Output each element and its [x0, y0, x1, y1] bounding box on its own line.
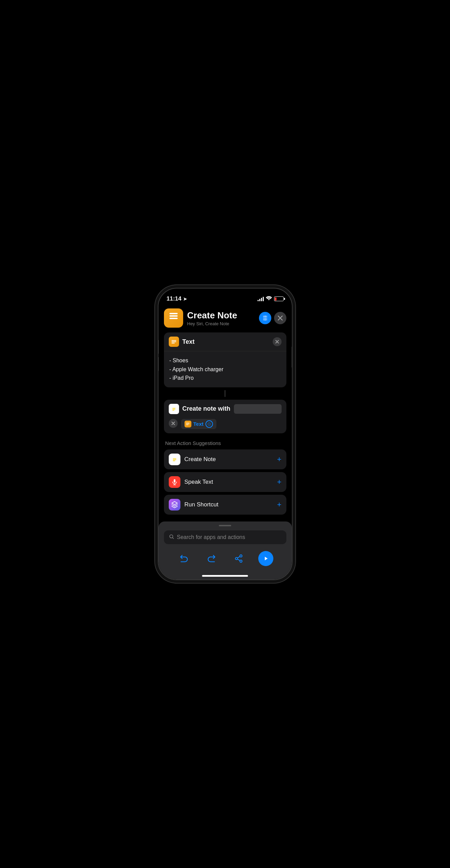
- bottom-sheet-handle: [219, 525, 231, 526]
- svg-rect-14: [186, 423, 190, 423]
- text-action-label: Text: [182, 338, 269, 345]
- text-action-card: Text - Shoes - Apple Watch charger - iPa…: [164, 332, 286, 387]
- close-button[interactable]: [274, 312, 286, 324]
- header-subtitle: Hey Siri, Create Note: [187, 321, 255, 326]
- svg-rect-1: [169, 315, 178, 317]
- play-button[interactable]: [258, 551, 273, 566]
- text-content: - Shoes - Apple Watch charger - iPad Pro: [169, 356, 281, 383]
- signal-bars: [258, 296, 264, 301]
- create-note-action-icon: [169, 404, 179, 414]
- svg-rect-11: [172, 408, 175, 409]
- svg-rect-16: [186, 425, 189, 425]
- scroll-content[interactable]: Text - Shoes - Apple Watch charger - iPa…: [158, 332, 292, 521]
- create-note-card-close-btn[interactable]: [169, 419, 178, 428]
- battery-fill: [275, 297, 276, 301]
- suggestion-create-note[interactable]: Create Note +: [164, 449, 286, 469]
- signal-bar-3: [261, 298, 262, 301]
- svg-rect-9: [171, 343, 175, 343]
- power-button[interactable]: [292, 347, 293, 367]
- app-icon: [164, 308, 183, 328]
- search-icon: [169, 534, 174, 541]
- create-note-action-card: Create note with: [164, 400, 286, 433]
- speak-text-suggestion-label: Speak Text: [185, 479, 273, 485]
- header-text: Create Note Hey Siri, Create Note: [187, 310, 255, 326]
- status-time: 11:14 ➤: [167, 295, 187, 302]
- share-button[interactable]: [231, 551, 246, 566]
- bottom-toolbar: [164, 548, 286, 573]
- create-note-suggestion-plus[interactable]: +: [277, 455, 282, 464]
- text-action-body: - Shoes - Apple Watch charger - iPad Pro: [164, 351, 286, 387]
- text-tag-arrow[interactable]: [205, 420, 213, 428]
- signal-bar-2: [259, 299, 260, 301]
- search-bar[interactable]: Search for apps and actions: [164, 530, 286, 544]
- speak-text-suggestion-icon: [169, 476, 180, 488]
- create-note-suggestion-icon: [169, 454, 180, 465]
- settings-button[interactable]: [259, 312, 271, 324]
- text-action-header: Text: [164, 332, 286, 351]
- battery-icon: [274, 296, 284, 301]
- text-card-close-btn[interactable]: [273, 337, 282, 346]
- text-tag-icon: [185, 421, 191, 427]
- text-line-1: - Shoes: [169, 356, 281, 365]
- text-line-2: - Apple Watch charger: [169, 365, 281, 374]
- redo-button[interactable]: [204, 551, 219, 566]
- svg-point-4: [264, 318, 265, 319]
- text-tag-pill[interactable]: Text: [181, 419, 217, 429]
- suggestion-speak-text[interactable]: Speak Text +: [164, 472, 286, 492]
- undo-button[interactable]: [177, 551, 192, 566]
- svg-rect-0: [169, 318, 178, 319]
- signal-bar-1: [258, 300, 259, 301]
- svg-rect-8: [171, 341, 176, 342]
- volume-up-button[interactable]: [158, 340, 159, 354]
- phone-frame: 11:14 ➤: [158, 288, 293, 580]
- svg-rect-7: [171, 340, 176, 341]
- volume-down-button[interactable]: [158, 357, 159, 371]
- header-buttons: [259, 312, 286, 324]
- svg-point-17: [208, 423, 211, 425]
- wifi-icon: [266, 296, 272, 302]
- svg-rect-19: [173, 458, 176, 459]
- app-icon-symbol: [168, 312, 179, 325]
- location-icon: ➤: [183, 296, 187, 302]
- suggestions-section-label: Next Action Suggestions: [165, 440, 286, 446]
- time-display: 11:14: [167, 295, 181, 302]
- svg-rect-2: [169, 313, 178, 314]
- svg-rect-12: [172, 409, 175, 410]
- text-tag-label: Text: [193, 421, 204, 427]
- run-shortcut-suggestion-icon: [169, 499, 180, 511]
- svg-rect-15: [186, 424, 190, 424]
- svg-point-5: [264, 319, 265, 320]
- signal-bar-4: [263, 297, 264, 301]
- card-divider: [225, 390, 225, 397]
- bottom-sheet: Search for apps and actions: [158, 521, 292, 579]
- search-text: Search for apps and actions: [177, 534, 245, 540]
- svg-rect-13: [172, 410, 174, 411]
- svg-rect-20: [173, 459, 176, 460]
- run-shortcut-suggestion-label: Run Shortcut: [185, 501, 273, 508]
- header: Create Note Hey Siri, Create Note: [158, 306, 292, 332]
- suggestion-run-shortcut[interactable]: Run Shortcut +: [164, 495, 286, 515]
- screen: 11:14 ➤: [158, 289, 292, 579]
- run-shortcut-suggestion-plus[interactable]: +: [277, 500, 282, 509]
- create-note-suggestion-label: Create Note: [185, 456, 273, 463]
- home-indicator: [202, 575, 248, 577]
- svg-rect-21: [173, 460, 175, 461]
- note-input-placeholder[interactable]: [234, 404, 282, 414]
- create-note-card-header: Create note with: [164, 400, 286, 433]
- notch: [203, 289, 247, 300]
- create-note-label: Create note with: [182, 405, 230, 412]
- header-title: Create Note: [187, 310, 255, 321]
- speak-text-suggestion-plus[interactable]: +: [277, 478, 282, 486]
- status-right: [258, 296, 284, 302]
- text-line-3: - iPad Pro: [169, 374, 281, 383]
- text-action-icon: [169, 337, 179, 347]
